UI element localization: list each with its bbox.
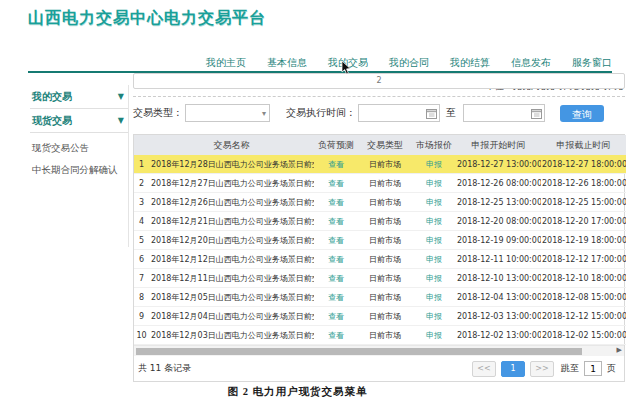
page-unit-label: 页 bbox=[607, 362, 616, 375]
exec-start-date-input[interactable] bbox=[358, 104, 440, 122]
trade-name-cell: 2018年12月12日山西电力公司业务场景日前交易 bbox=[149, 250, 314, 269]
page-button-1[interactable]: 1 bbox=[501, 361, 525, 377]
horizontal-scrollbar[interactable]: ▶ bbox=[134, 345, 624, 356]
declare-start-cell: 2018-12-20 08:00:00 bbox=[456, 212, 541, 231]
market-quote-link[interactable]: 申报 bbox=[412, 250, 456, 269]
declare-end-cell: 2018-12-02 15:00:00 bbox=[541, 326, 626, 345]
table-row[interactable]: 72018年12月11日山西电力公司业务场景日前交易查看日前市场申报2018-1… bbox=[134, 269, 626, 288]
row-number: 5 bbox=[134, 231, 149, 250]
load-forecast-link[interactable]: 查看 bbox=[314, 231, 358, 250]
jump-label: 跳至 bbox=[561, 362, 579, 375]
table-row[interactable]: 62018年12月12日山西电力公司业务场景日前交易查看日前市场申报2018-1… bbox=[134, 250, 626, 269]
main-content: 单位：兆瓦, 兆瓦时, 元/兆瓦时, 元 交易类型： ▾ 交易执行时间： 至 bbox=[133, 73, 625, 379]
trade-type-cell: 日前市场 bbox=[358, 212, 412, 231]
trade-type-cell: 日前市场 bbox=[358, 307, 412, 326]
declare-start-cell: 2018-12-10 13:00:00 bbox=[456, 269, 541, 288]
table-body: 12018年12月28日山西电力公司业务场景日前交易查看日前市场申报2018-1… bbox=[134, 155, 626, 345]
nav-item-home[interactable]: 我的主页 bbox=[206, 56, 246, 70]
table-row[interactable]: 12018年12月28日山西电力公司业务场景日前交易查看日前市场申报2018-1… bbox=[134, 155, 626, 174]
nav-item-info-publish[interactable]: 信息发布 bbox=[511, 56, 551, 70]
table-row[interactable]: 32018年12月26日山西电力公司业务场景日前交易查看日前市场申报2018-1… bbox=[134, 193, 626, 212]
market-quote-link[interactable]: 申报 bbox=[412, 174, 456, 193]
jump-page-input[interactable] bbox=[584, 361, 602, 376]
declare-start-cell: 2018-12-11 10:00:00 bbox=[456, 250, 541, 269]
col-market-quote: 市场报价 bbox=[412, 135, 456, 155]
top-nav: 我的主页 基本信息 我的交易 我的合同 我的结算 信息发布 服务窗口 bbox=[28, 54, 612, 73]
declare-start-cell: 2018-12-25 13:00:00 bbox=[456, 193, 541, 212]
next-page-button[interactable]: >> bbox=[530, 361, 554, 377]
market-quote-link[interactable]: 申报 bbox=[412, 288, 456, 307]
table-row[interactable]: 52018年12月20日山西电力公司业务场景日前交易查看日前市场申报2018-1… bbox=[134, 231, 626, 250]
declare-start-cell: 2018-12-19 09:00:00 bbox=[456, 231, 541, 250]
nav-item-service-window[interactable]: 服务窗口 bbox=[572, 56, 612, 70]
table-row[interactable]: 92018年12月04日山西电力公司业务场景日前交易查看日前市场申报2018-1… bbox=[134, 307, 626, 326]
divider bbox=[133, 96, 625, 97]
select-arrow-icon: ▾ bbox=[262, 109, 266, 118]
trade-name-cell: 2018年12月28日山西电力公司业务场景日前交易 bbox=[149, 155, 314, 174]
load-forecast-link[interactable]: 查看 bbox=[314, 288, 358, 307]
market-quote-link[interactable]: 申报 bbox=[412, 212, 456, 231]
declare-end-cell: 2018-12-25 15:00:00 bbox=[541, 193, 626, 212]
nav-item-basic-info[interactable]: 基本信息 bbox=[267, 56, 307, 70]
filter-bar: 交易类型： ▾ 交易执行时间： 至 bbox=[133, 104, 625, 122]
sidebar-item-spot-trade[interactable]: 现货交易 ▼ bbox=[30, 109, 128, 133]
chevron-down-icon: ▼ bbox=[118, 116, 124, 125]
market-quote-link[interactable]: 申报 bbox=[412, 326, 456, 345]
declare-end-cell: 2018-12-19 18:00:00 bbox=[541, 231, 626, 250]
load-forecast-link[interactable]: 查看 bbox=[314, 193, 358, 212]
page-button-2[interactable]: 2 bbox=[133, 73, 625, 89]
scroll-right-arrow-icon[interactable]: ▶ bbox=[617, 345, 622, 356]
load-forecast-link[interactable]: 查看 bbox=[314, 269, 358, 288]
load-forecast-link[interactable]: 查看 bbox=[314, 307, 358, 326]
trade-table-container: 交易名称 负荷预测 交易类型 市场报价 申报开始时间 申报截止时间 12018年… bbox=[133, 134, 625, 382]
market-quote-link[interactable]: 申报 bbox=[412, 231, 456, 250]
declare-start-cell: 2018-12-03 13:00:00 bbox=[456, 307, 541, 326]
table-row[interactable]: 42018年12月21日山西电力公司业务场景日前交易查看日前市场申报2018-1… bbox=[134, 212, 626, 231]
trade-type-cell: 日前市场 bbox=[358, 193, 412, 212]
sidebar-item-spot-notice[interactable]: 现货交易公告 bbox=[30, 133, 128, 155]
sidebar-item-contract-decompose[interactable]: 中长期合同分解确认 bbox=[30, 155, 128, 177]
trade-type-select[interactable]: ▾ bbox=[185, 104, 270, 122]
nav-item-my-settlement[interactable]: 我的结算 bbox=[450, 56, 490, 70]
table-footer: 共 11 条记录 << 1 2 >> 跳至 页 bbox=[134, 356, 624, 381]
table-row[interactable]: 82018年12月05日山西电力公司业务场景日前交易查看日前市场申报2018-1… bbox=[134, 288, 626, 307]
exec-end-date-input[interactable] bbox=[463, 104, 545, 122]
search-button[interactable]: 查询 bbox=[560, 105, 604, 122]
load-forecast-link[interactable]: 查看 bbox=[314, 250, 358, 269]
row-number: 7 bbox=[134, 269, 149, 288]
declare-start-cell: 2018-12-04 13:00:00 bbox=[456, 288, 541, 307]
col-trade-name: 交易名称 bbox=[149, 135, 314, 155]
table-row[interactable]: 22018年12月27日山西电力公司业务场景日前交易查看日前市场申报2018-1… bbox=[134, 174, 626, 193]
load-forecast-link[interactable]: 查看 bbox=[314, 326, 358, 345]
table-row[interactable]: 102018年12月03日山西电力公司业务场景日前交易查看日前市场申报2018-… bbox=[134, 326, 626, 345]
row-number: 2 bbox=[134, 174, 149, 193]
nav-item-my-contracts[interactable]: 我的合同 bbox=[389, 56, 429, 70]
col-declare-start: 申报开始时间 bbox=[456, 135, 541, 155]
market-quote-link[interactable]: 申报 bbox=[412, 193, 456, 212]
row-number: 1 bbox=[134, 155, 149, 174]
calendar-icon bbox=[531, 108, 542, 119]
sidebar-item-my-trades[interactable]: 我的交易 ▼ bbox=[30, 85, 128, 109]
table-header-row: 交易名称 负荷预测 交易类型 市场报价 申报开始时间 申报截止时间 bbox=[134, 135, 626, 155]
col-declare-end: 申报截止时间 bbox=[541, 135, 626, 155]
trade-type-cell: 日前市场 bbox=[358, 269, 412, 288]
app-body: 我的交易 ▼ 现货交易 ▼ 现货交易公告 中长期合同分解确认 单位：兆瓦, 兆瓦… bbox=[28, 73, 625, 379]
trade-table: 交易名称 负荷预测 交易类型 市场报价 申报开始时间 申报截止时间 12018年… bbox=[134, 135, 626, 345]
load-forecast-link[interactable]: 查看 bbox=[314, 155, 358, 174]
scrollbar-thumb[interactable] bbox=[136, 348, 582, 355]
market-quote-link[interactable]: 申报 bbox=[412, 307, 456, 326]
trade-name-cell: 2018年12月05日山西电力公司业务场景日前交易 bbox=[149, 288, 314, 307]
declare-start-cell: 2018-12-26 08:00:00 bbox=[456, 174, 541, 193]
trade-type-label: 交易类型： bbox=[133, 106, 183, 120]
market-quote-link[interactable]: 申报 bbox=[412, 155, 456, 174]
load-forecast-link[interactable]: 查看 bbox=[314, 174, 358, 193]
trade-type-cell: 日前市场 bbox=[358, 155, 412, 174]
prev-page-button[interactable]: << bbox=[472, 361, 496, 377]
trade-type-cell: 日前市场 bbox=[358, 288, 412, 307]
load-forecast-link[interactable]: 查看 bbox=[314, 212, 358, 231]
trade-name-cell: 2018年12月21日山西电力公司业务场景日前交易 bbox=[149, 212, 314, 231]
market-quote-link[interactable]: 申报 bbox=[412, 269, 456, 288]
declare-end-cell: 2018-12-08 15:00:00 bbox=[541, 288, 626, 307]
trade-name-cell: 2018年12月11日山西电力公司业务场景日前交易 bbox=[149, 269, 314, 288]
figure-container: 山西电力交易中心电力交易平台 我的主页 基本信息 我的交易 我的合同 我的结算 … bbox=[0, 0, 639, 409]
